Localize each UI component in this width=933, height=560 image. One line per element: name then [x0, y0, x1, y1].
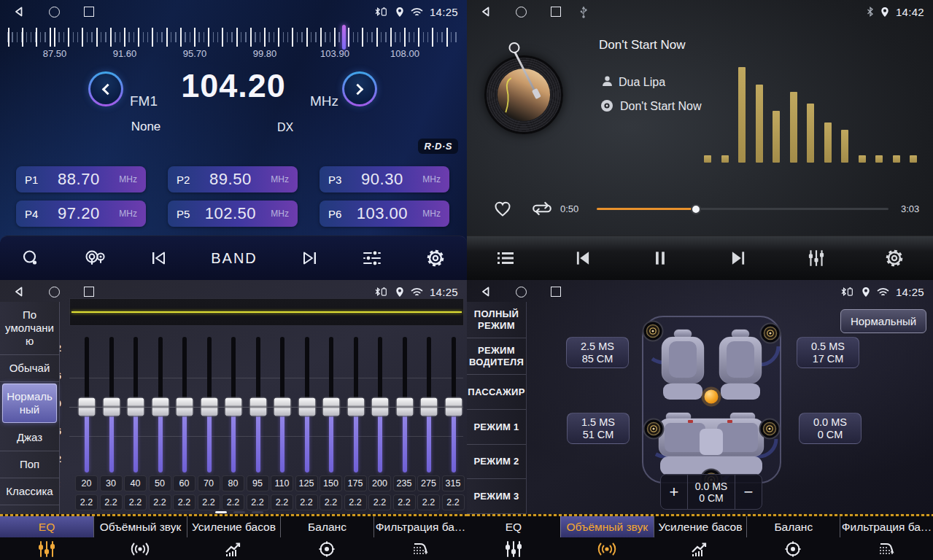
settings-gear-icon[interactable]	[885, 249, 904, 268]
fc-value-box[interactable]: 70	[198, 475, 220, 491]
eq-band-slider[interactable]	[151, 337, 170, 472]
tab-eq[interactable]: EQ	[467, 516, 560, 537]
band-button[interactable]: BAND	[211, 250, 258, 267]
fc-value-box[interactable]: 30	[100, 475, 123, 491]
playlist-icon[interactable]	[496, 249, 515, 267]
seek-previous-icon[interactable]	[150, 249, 167, 267]
filter-tab-icon[interactable]	[840, 537, 933, 560]
tab-balance[interactable]: Баланс	[280, 516, 373, 537]
pause-icon[interactable]	[651, 249, 670, 268]
tab-bass-boost[interactable]: Усиление басов	[187, 516, 280, 537]
tune-up-button[interactable]	[342, 71, 377, 106]
next-track-icon[interactable]	[729, 249, 748, 268]
nav-back-button[interactable]	[13, 6, 25, 18]
nav-home-button[interactable]	[49, 7, 60, 18]
eq-band-slider[interactable]	[77, 337, 96, 472]
preset-button-p2[interactable]: P289.50MHz	[168, 166, 298, 192]
nav-home-button[interactable]	[49, 287, 60, 298]
frequency-scale[interactable]	[7, 28, 460, 47]
fc-value-box[interactable]: 20	[75, 475, 98, 491]
eq-band-slider[interactable]	[249, 337, 268, 472]
tab-filter[interactable]: Фильтрация ба…	[840, 516, 933, 537]
progress-thumb[interactable]	[691, 204, 701, 214]
nav-back-button[interactable]	[480, 6, 492, 18]
q-value-box[interactable]: 2.2	[295, 494, 318, 510]
nav-back-button[interactable]	[13, 286, 25, 298]
balance-tab-icon[interactable]	[280, 537, 373, 560]
seek-next-icon[interactable]	[301, 249, 319, 267]
mode-2[interactable]: РЕЖИМ 2	[467, 445, 526, 480]
eq-tab-icon[interactable]	[0, 537, 93, 560]
increase-delay-button[interactable]: +	[661, 475, 687, 509]
q-value-box[interactable]: 2.2	[173, 494, 195, 510]
eq-tab-icon[interactable]	[467, 537, 560, 560]
surround-tab-icon[interactable]	[93, 537, 187, 560]
eq-band-slider[interactable]	[175, 337, 194, 472]
favorite-heart-icon[interactable]	[493, 199, 512, 218]
q-value-box[interactable]: 2.2	[247, 494, 269, 510]
fc-value-box[interactable]: 50	[149, 475, 171, 491]
q-value-box[interactable]: 2.2	[442, 494, 465, 510]
preset-button-p1[interactable]: P188.70MHz	[16, 166, 146, 192]
surround-preset-button[interactable]: Нормальный	[840, 309, 926, 333]
eq-band-slider[interactable]	[347, 337, 365, 472]
fc-value-box[interactable]: 200	[368, 475, 391, 491]
balance-tab-icon[interactable]	[746, 537, 840, 560]
fc-value-box[interactable]: 150	[320, 475, 342, 491]
mode-full[interactable]: ПОЛНЫЙ РЕЖИМ	[467, 302, 526, 338]
decrease-delay-button[interactable]: −	[735, 475, 762, 509]
fc-value-box[interactable]: 315	[442, 475, 465, 491]
q-value-box[interactable]: 2.2	[393, 494, 416, 510]
eq-band-slider[interactable]	[444, 337, 463, 472]
nav-recents-button[interactable]	[551, 287, 561, 297]
nav-recents-button[interactable]	[84, 287, 94, 297]
tab-eq[interactable]: EQ	[0, 516, 93, 537]
preset-button-p4[interactable]: P497.20MHz	[16, 201, 146, 227]
mode-1[interactable]: РЕЖИМ 1	[467, 410, 526, 445]
q-value-box[interactable]: 2.2	[368, 494, 391, 510]
nav-back-button[interactable]	[480, 286, 492, 298]
eq-preset-classic[interactable]: Классика	[0, 478, 59, 505]
nav-recents-button[interactable]	[551, 7, 561, 17]
filter-tab-icon[interactable]	[373, 537, 467, 560]
eq-band-slider[interactable]	[371, 337, 390, 472]
tab-surround[interactable]: Объёмный звук	[93, 516, 187, 537]
eq-band-slider[interactable]	[273, 337, 292, 472]
q-value-box[interactable]: 2.2	[320, 494, 342, 510]
delay-rear-right-button[interactable]: 0.0 MS 0 CM	[799, 413, 862, 444]
equalizer-icon[interactable]	[806, 249, 826, 268]
preset-button-p3[interactable]: P390.30MHz	[320, 166, 449, 192]
eq-band-slider[interactable]	[419, 337, 438, 472]
fc-value-box[interactable]: 235	[393, 475, 416, 491]
tab-surround[interactable]: Объёмный звук	[560, 516, 654, 537]
eq-preset-default[interactable]: По умолчанию	[0, 302, 59, 355]
tab-filter[interactable]: Фильтрация ба…	[373, 516, 467, 537]
tuner-settings-icon[interactable]	[363, 249, 382, 267]
eq-preset-normal[interactable]: Нормальный	[2, 384, 57, 423]
q-value-box[interactable]: 2.2	[417, 494, 440, 510]
q-value-box[interactable]: 2.2	[222, 494, 244, 510]
q-value-box[interactable]: 2.2	[344, 494, 367, 510]
eq-band-slider[interactable]	[395, 337, 414, 472]
nav-home-button[interactable]	[516, 7, 527, 18]
stations-icon[interactable]	[84, 249, 106, 267]
q-value-box[interactable]: 2.2	[271, 494, 293, 510]
bass-boost-tab-icon[interactable]	[654, 537, 747, 560]
eq-preset-pop[interactable]: Поп	[0, 451, 59, 478]
q-value-box[interactable]: 2.2	[75, 494, 98, 510]
delay-front-right-button[interactable]: 0.5 MS 17 CM	[797, 337, 859, 368]
q-value-box[interactable]: 2.2	[198, 494, 220, 510]
nav-recents-button[interactable]	[84, 7, 94, 17]
fc-value-box[interactable]: 275	[417, 475, 440, 491]
eq-band-slider[interactable]	[126, 337, 145, 472]
fc-value-box[interactable]: 125	[295, 475, 318, 491]
fc-value-box[interactable]: 110	[271, 475, 293, 491]
fc-value-box[interactable]: 95	[247, 475, 269, 491]
fc-value-box[interactable]: 175	[344, 475, 367, 491]
nav-home-button[interactable]	[516, 287, 527, 298]
fc-value-box[interactable]: 80	[222, 475, 244, 491]
preset-button-p6[interactable]: P6103.00MHz	[320, 201, 449, 227]
scan-icon[interactable]	[22, 249, 39, 267]
mode-3[interactable]: РЕЖИМ 3	[467, 479, 526, 514]
surround-tab-icon[interactable]	[560, 537, 654, 560]
